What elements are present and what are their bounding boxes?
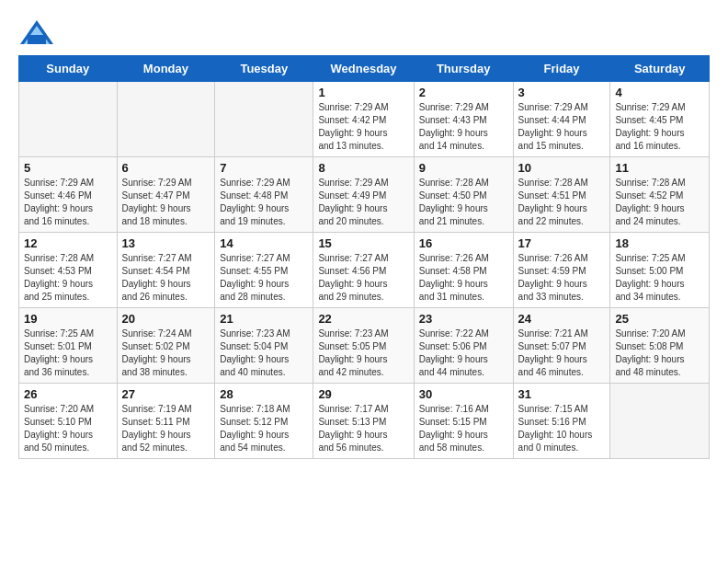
day-info: Sunrise: 7:23 AM Sunset: 5:05 PM Dayligh… <box>318 327 408 379</box>
calendar-cell <box>610 384 710 459</box>
day-number: 9 <box>419 161 508 175</box>
day-info: Sunrise: 7:27 AM Sunset: 4:55 PM Dayligh… <box>220 252 308 304</box>
week-row-2: 5Sunrise: 7:29 AM Sunset: 4:46 PM Daylig… <box>19 157 710 233</box>
day-number: 29 <box>318 387 408 401</box>
day-number: 19 <box>24 312 112 326</box>
calendar-cell <box>117 82 215 157</box>
calendar-cell: 14Sunrise: 7:27 AM Sunset: 4:55 PM Dayli… <box>215 233 313 308</box>
day-info: Sunrise: 7:23 AM Sunset: 5:04 PM Dayligh… <box>220 327 308 379</box>
day-info: Sunrise: 7:19 AM Sunset: 5:11 PM Dayligh… <box>122 403 210 454</box>
svg-rect-2 <box>28 35 46 44</box>
calendar-cell: 27Sunrise: 7:19 AM Sunset: 5:11 PM Dayli… <box>117 384 215 459</box>
calendar-cell: 5Sunrise: 7:29 AM Sunset: 4:46 PM Daylig… <box>19 157 118 233</box>
calendar-cell: 28Sunrise: 7:18 AM Sunset: 5:12 PM Dayli… <box>215 384 313 459</box>
calendar-cell: 11Sunrise: 7:28 AM Sunset: 4:52 PM Dayli… <box>610 157 710 233</box>
day-number: 3 <box>518 86 606 99</box>
day-number: 15 <box>318 236 408 250</box>
day-info: Sunrise: 7:29 AM Sunset: 4:42 PM Dayligh… <box>318 101 408 153</box>
day-info: Sunrise: 7:18 AM Sunset: 5:12 PM Dayligh… <box>220 403 308 454</box>
calendar-cell: 23Sunrise: 7:22 AM Sunset: 5:06 PM Dayli… <box>414 308 513 384</box>
day-number: 13 <box>122 236 210 250</box>
calendar-cell: 15Sunrise: 7:27 AM Sunset: 4:56 PM Dayli… <box>313 233 414 308</box>
day-header-monday: Monday <box>117 56 215 82</box>
calendar-cell: 4Sunrise: 7:29 AM Sunset: 4:45 PM Daylig… <box>610 82 710 157</box>
day-info: Sunrise: 7:27 AM Sunset: 4:54 PM Dayligh… <box>122 252 210 304</box>
day-number: 28 <box>220 387 308 401</box>
day-info: Sunrise: 7:16 AM Sunset: 5:15 PM Dayligh… <box>419 403 508 454</box>
day-number: 8 <box>318 161 408 175</box>
day-info: Sunrise: 7:29 AM Sunset: 4:45 PM Dayligh… <box>615 101 704 153</box>
day-number: 25 <box>615 312 704 326</box>
calendar-cell: 19Sunrise: 7:25 AM Sunset: 5:01 PM Dayli… <box>19 308 118 384</box>
day-info: Sunrise: 7:27 AM Sunset: 4:56 PM Dayligh… <box>318 252 408 304</box>
day-info: Sunrise: 7:28 AM Sunset: 4:53 PM Dayligh… <box>24 252 112 304</box>
day-number: 30 <box>419 387 508 401</box>
day-header-thursday: Thursday <box>414 56 513 82</box>
week-row-3: 12Sunrise: 7:28 AM Sunset: 4:53 PM Dayli… <box>19 233 710 308</box>
day-number: 17 <box>518 236 606 250</box>
calendar-cell: 2Sunrise: 7:29 AM Sunset: 4:43 PM Daylig… <box>414 82 513 157</box>
calendar-cell: 12Sunrise: 7:28 AM Sunset: 4:53 PM Dayli… <box>19 233 118 308</box>
day-number: 22 <box>318 312 408 326</box>
day-header-tuesday: Tuesday <box>215 56 313 82</box>
page-header <box>18 18 710 46</box>
day-info: Sunrise: 7:25 AM Sunset: 5:01 PM Dayligh… <box>24 327 112 379</box>
calendar-cell: 24Sunrise: 7:21 AM Sunset: 5:07 PM Dayli… <box>513 308 610 384</box>
header-row: SundayMondayTuesdayWednesdayThursdayFrid… <box>19 56 710 82</box>
day-info: Sunrise: 7:24 AM Sunset: 5:02 PM Dayligh… <box>122 327 210 379</box>
day-info: Sunrise: 7:29 AM Sunset: 4:46 PM Dayligh… <box>24 177 112 228</box>
day-number: 1 <box>318 86 408 99</box>
calendar-cell: 10Sunrise: 7:28 AM Sunset: 4:51 PM Dayli… <box>513 157 610 233</box>
day-info: Sunrise: 7:21 AM Sunset: 5:07 PM Dayligh… <box>518 327 606 379</box>
calendar-table: SundayMondayTuesdayWednesdayThursdayFrid… <box>18 55 710 459</box>
week-row-5: 26Sunrise: 7:20 AM Sunset: 5:10 PM Dayli… <box>19 384 710 459</box>
day-number: 21 <box>220 312 308 326</box>
day-info: Sunrise: 7:29 AM Sunset: 4:44 PM Dayligh… <box>518 101 606 153</box>
calendar-cell: 22Sunrise: 7:23 AM Sunset: 5:05 PM Dayli… <box>313 308 414 384</box>
day-header-saturday: Saturday <box>610 56 710 82</box>
calendar-cell: 21Sunrise: 7:23 AM Sunset: 5:04 PM Dayli… <box>215 308 313 384</box>
day-info: Sunrise: 7:29 AM Sunset: 4:47 PM Dayligh… <box>122 177 210 228</box>
calendar-cell: 16Sunrise: 7:26 AM Sunset: 4:58 PM Dayli… <box>414 233 513 308</box>
calendar-cell: 20Sunrise: 7:24 AM Sunset: 5:02 PM Dayli… <box>117 308 215 384</box>
day-number: 2 <box>419 86 508 99</box>
week-row-4: 19Sunrise: 7:25 AM Sunset: 5:01 PM Dayli… <box>19 308 710 384</box>
day-info: Sunrise: 7:29 AM Sunset: 4:49 PM Dayligh… <box>318 177 408 228</box>
day-number: 5 <box>24 161 112 175</box>
calendar-cell: 13Sunrise: 7:27 AM Sunset: 4:54 PM Dayli… <box>117 233 215 308</box>
day-info: Sunrise: 7:26 AM Sunset: 4:58 PM Dayligh… <box>419 252 508 304</box>
logo-icon <box>18 18 55 46</box>
day-number: 18 <box>615 236 704 250</box>
calendar-cell <box>19 82 118 157</box>
day-info: Sunrise: 7:15 AM Sunset: 5:16 PM Dayligh… <box>518 403 606 454</box>
day-number: 23 <box>419 312 508 326</box>
calendar-cell: 9Sunrise: 7:28 AM Sunset: 4:50 PM Daylig… <box>414 157 513 233</box>
calendar-cell: 29Sunrise: 7:17 AM Sunset: 5:13 PM Dayli… <box>313 384 414 459</box>
day-number: 26 <box>24 387 112 401</box>
day-number: 14 <box>220 236 308 250</box>
day-number: 4 <box>615 86 704 99</box>
day-number: 27 <box>122 387 210 401</box>
calendar-cell: 6Sunrise: 7:29 AM Sunset: 4:47 PM Daylig… <box>117 157 215 233</box>
day-info: Sunrise: 7:28 AM Sunset: 4:50 PM Dayligh… <box>419 177 508 228</box>
day-info: Sunrise: 7:28 AM Sunset: 4:51 PM Dayligh… <box>518 177 606 228</box>
day-number: 6 <box>122 161 210 175</box>
day-info: Sunrise: 7:20 AM Sunset: 5:10 PM Dayligh… <box>24 403 112 454</box>
week-row-1: 1Sunrise: 7:29 AM Sunset: 4:42 PM Daylig… <box>19 82 710 157</box>
day-number: 7 <box>220 161 308 175</box>
day-number: 31 <box>518 387 606 401</box>
day-header-friday: Friday <box>513 56 610 82</box>
day-info: Sunrise: 7:26 AM Sunset: 4:59 PM Dayligh… <box>518 252 606 304</box>
day-info: Sunrise: 7:22 AM Sunset: 5:06 PM Dayligh… <box>419 327 508 379</box>
calendar-cell: 25Sunrise: 7:20 AM Sunset: 5:08 PM Dayli… <box>610 308 710 384</box>
calendar-cell: 17Sunrise: 7:26 AM Sunset: 4:59 PM Dayli… <box>513 233 610 308</box>
calendar-cell: 8Sunrise: 7:29 AM Sunset: 4:49 PM Daylig… <box>313 157 414 233</box>
calendar-cell: 30Sunrise: 7:16 AM Sunset: 5:15 PM Dayli… <box>414 384 513 459</box>
calendar-cell: 3Sunrise: 7:29 AM Sunset: 4:44 PM Daylig… <box>513 82 610 157</box>
calendar-cell: 18Sunrise: 7:25 AM Sunset: 5:00 PM Dayli… <box>610 233 710 308</box>
day-number: 16 <box>419 236 508 250</box>
calendar-cell <box>215 82 313 157</box>
day-number: 20 <box>122 312 210 326</box>
day-number: 12 <box>24 236 112 250</box>
day-info: Sunrise: 7:29 AM Sunset: 4:48 PM Dayligh… <box>220 177 308 228</box>
